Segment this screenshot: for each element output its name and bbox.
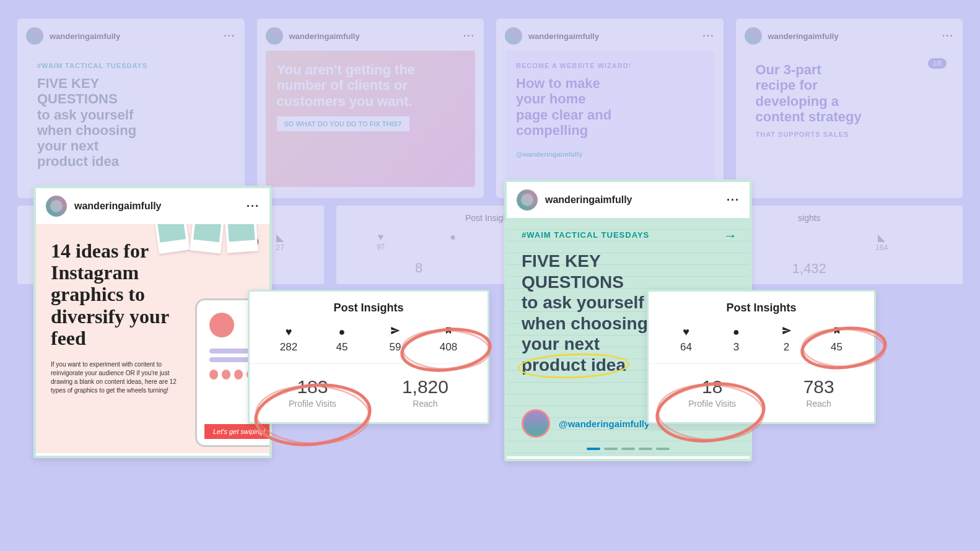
profile-visits-stat: 18 Profile Visits	[688, 376, 736, 409]
comments-stat: ● 3	[718, 326, 755, 354]
post-header: wanderingaimfully ···	[507, 182, 750, 218]
more-icon: ···	[463, 30, 475, 41]
reach-stat: 783 Reach	[803, 376, 834, 409]
share-icon	[768, 326, 805, 339]
featured-post-left: wanderingaimfully ··· 1/10 14 ideas for …	[33, 186, 272, 458]
bookmark-icon	[818, 326, 855, 339]
bg-post-card: wanderingaimfully ··· #WAIM TACTICAL TUE…	[17, 19, 245, 198]
bg-post-card: wanderingaimfully ··· 1/9 Our 3-partreci…	[736, 19, 963, 198]
bg-post-card: wanderingaimfully ··· You aren't getting…	[257, 19, 484, 198]
avatar	[745, 27, 762, 45]
insights-metrics-row: ♥ 282 ● 45 59 408	[250, 326, 488, 364]
post-header: wanderingaimfully ···	[36, 188, 269, 224]
arrow-right-icon: →	[724, 228, 737, 244]
tagline: #WAIM TACTICAL TUESDAYS	[37, 62, 225, 69]
post-subtitle: If you want to experiment with content t…	[51, 360, 181, 395]
more-icon[interactable]: ···	[727, 194, 740, 207]
profile-visits-stat: 183 Profile Visits	[289, 376, 336, 409]
comment-icon: ●	[718, 326, 755, 339]
heart-icon: ♥	[270, 326, 307, 339]
avatar	[266, 27, 283, 45]
slide-badge: 1/9	[928, 58, 947, 69]
username: wanderingaimfully	[528, 32, 599, 41]
handle-link[interactable]: @wanderingaimfully	[559, 419, 649, 429]
polaroid-icon	[225, 224, 258, 253]
more-icon[interactable]: ···	[247, 200, 260, 213]
username-link[interactable]: wanderingaimfully	[74, 201, 161, 212]
tagline: #WAIM TACTICAL TUESDAYS	[522, 230, 735, 240]
insights-lower-row: 183 Profile Visits 1,820 Reach	[250, 364, 488, 422]
shares-stat: 2	[768, 326, 805, 354]
swipe-cta: Let's get swiping!	[204, 424, 269, 439]
shares-stat: 59	[377, 326, 414, 354]
post-title: How to makeyour homepage clear andcompel…	[516, 76, 704, 138]
insights-lower-row: 18 Profile Visits 783 Reach	[649, 364, 874, 422]
bg-post-card: wanderingaimfully ··· BECOME A WEBSITE W…	[496, 19, 724, 198]
insights-panel-left: Post Insights ♥ 282 ● 45 59 408 183 Prof…	[248, 290, 489, 424]
polaroid-icon	[154, 224, 190, 254]
post-title: 14 ideas for Instagram graphics to diver…	[51, 240, 199, 349]
username: wanderingaimfully	[289, 32, 360, 41]
insights-title: Post Insights	[250, 292, 488, 326]
saves-stat: 45	[818, 326, 855, 354]
fix-this-button: SO WHAT DO YOU DO TO FIX THIS?	[277, 116, 409, 131]
avatar	[505, 27, 522, 45]
username: wanderingaimfully	[768, 32, 839, 41]
post-content[interactable]: 1/10 14 ideas for Instagram graphics to …	[36, 224, 269, 453]
reach-stat: 1,820 Reach	[402, 376, 448, 409]
handle: @wanderingaimfully	[516, 150, 704, 158]
post-title: Our 3-partrecipe fordeveloping acontent …	[756, 62, 943, 124]
share-icon	[377, 326, 414, 339]
polaroid-icon	[190, 224, 224, 253]
insights-metrics-row: ♥ 64 ● 3 2 45	[649, 326, 874, 364]
avatar[interactable]	[46, 196, 67, 217]
more-icon: ···	[942, 30, 954, 41]
comments-stat: ● 45	[323, 326, 361, 354]
post-title: You aren't getting the number of clients…	[277, 62, 465, 109]
tagline: BECOME A WEBSITE WIZARD!	[516, 62, 704, 69]
saves-stat: 408	[430, 326, 467, 354]
insights-panel-right: Post Insights ♥ 64 ● 3 2 45 18 Profile V…	[647, 290, 876, 424]
avatar	[26, 27, 43, 45]
likes-stat: ♥ 282	[270, 326, 307, 354]
username: wanderingaimfully	[50, 32, 120, 41]
insights-title: Post Insights	[649, 292, 874, 326]
subtitle: THAT SUPPORTS SALES	[756, 131, 943, 138]
avatar[interactable]	[517, 189, 538, 210]
handle-avatar	[522, 409, 550, 438]
background-posts-row: wanderingaimfully ··· #WAIM TACTICAL TUE…	[17, 19, 963, 198]
likes-stat: ♥ 64	[668, 326, 705, 354]
post-title: FIVE KEYQUESTIONSto ask yourselfwhen cho…	[37, 76, 225, 170]
heart-icon: ♥	[668, 326, 705, 339]
more-icon: ···	[702, 30, 714, 41]
username-link[interactable]: wanderingaimfully	[545, 194, 632, 206]
more-icon: ···	[224, 30, 235, 41]
bookmark-icon	[430, 326, 467, 339]
carousel-pagination	[587, 448, 670, 450]
comment-icon: ●	[323, 326, 361, 339]
